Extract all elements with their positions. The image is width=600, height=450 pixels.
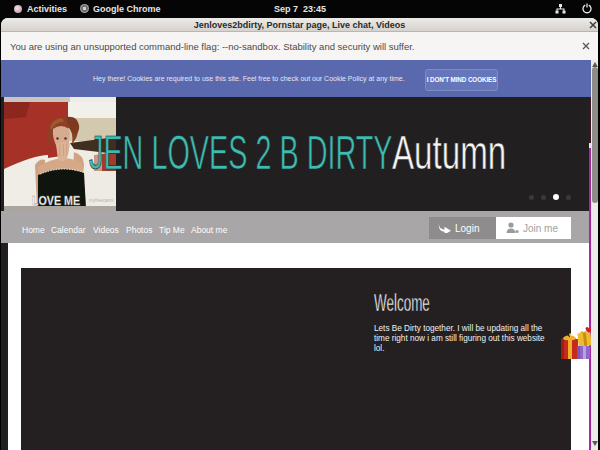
svg-text:LOVE ME: LOVE ME [32, 193, 80, 208]
svg-text:myfreecams: myfreecams [89, 198, 114, 203]
